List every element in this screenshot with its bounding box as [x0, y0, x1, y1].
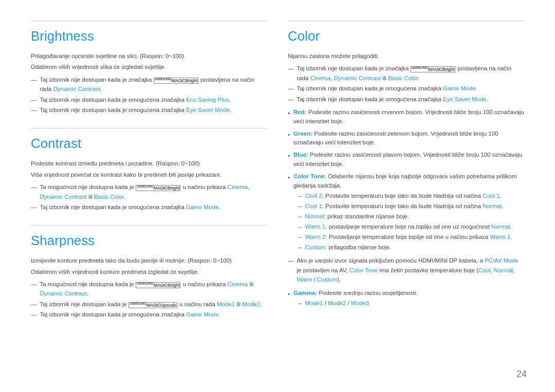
basic-color-link2: Basic Color — [388, 75, 418, 81]
game-mode-link3: Game Mode — [443, 85, 475, 91]
dash-icon: ― — [288, 64, 294, 73]
normal-ref2: Normal — [491, 223, 510, 230]
sdash-icon: – — [299, 233, 302, 242]
dash-icon: ― — [31, 95, 37, 104]
sdash-icon: – — [299, 243, 302, 252]
gamma-modes-item: – Mode1 / Mode2 / Mode3 — [299, 299, 418, 308]
warm-link: Warm — [297, 276, 312, 283]
cool-link: Cool — [478, 267, 491, 273]
dyn-contrast-link2: Dynamic Contrast — [40, 290, 87, 296]
warm2-link: Warm 2 — [305, 234, 325, 240]
contrast-desc1: Podesite kontrast između predmeta i poza… — [31, 159, 267, 168]
color-note-after-bullets: ― Ako je vanjski izvor signala priključe… — [288, 256, 524, 284]
dynamic-contrast-link: Dynamic Contrast — [53, 86, 100, 92]
blue-bullet: • Blue: Podesite razinu zasićenosti plav… — [288, 151, 524, 169]
sharpness-body: Izmijenite konture predmeta tako da budu… — [31, 256, 267, 319]
color-desc1: Nijansu zaslona možete prilagoditi. — [288, 51, 524, 61]
cool1-item: – Cool 1: Postavite temperaturu boje tak… — [299, 202, 524, 211]
bullet-dot: • — [288, 130, 290, 139]
color-tone-bullet: • Color Tone: Odaberite nijansu boje koj… — [288, 172, 524, 253]
custom-link2: Custom — [317, 276, 338, 283]
color-body: Nijansu zaslona možete prilagoditi. ― Ta… — [288, 51, 524, 309]
custom-item: – Custom: prilagodba nijanse boje. — [299, 243, 524, 252]
page-number: 24 — [516, 369, 527, 380]
brightness-note-2: ― Taj izbornik nije dostupan kada je omo… — [31, 95, 267, 104]
brightness-note-1: ― Taj izbornik nije dostupan kada je zna… — [31, 75, 267, 94]
dash-icon: ― — [31, 75, 37, 84]
color-note-3: ― Taj izbornik nije dostupan kada je omo… — [288, 95, 524, 104]
contrast-note-2: ― Taj izbornik nije dostupan kada je omo… — [31, 202, 267, 212]
color-note-1: ― Taj izbornik nije dostupan kada je zna… — [288, 64, 524, 83]
brightness-body: Prilagođavanje općenite svjetline na sli… — [31, 51, 267, 115]
gamma-label: Gamma: — [293, 290, 317, 296]
eco-saving-link: Eco Saving Plus — [186, 97, 229, 103]
gmode1-link: Mode1 — [305, 300, 323, 306]
dash-icon: ― — [288, 256, 294, 265]
magic-bright-brand3: SAMSUNGMAGICBright — [136, 282, 180, 288]
brightness-desc1: Prilagođavanje općenite svjetline na sli… — [31, 51, 267, 61]
bullet-dot: • — [288, 289, 290, 298]
color-bullets: • Red: Podesite razinu zasićenosti crven… — [288, 108, 524, 253]
contrast-title: Contrast — [31, 128, 267, 152]
cool1-ref: Cool 1 — [483, 193, 499, 199]
bullet-dot: • — [288, 151, 290, 160]
magic-bright-brand: SAMSUNGMAGICBright — [154, 78, 198, 84]
sharpness-note-2: ― Taj izbornik nije dostupan kada je SAM… — [31, 300, 267, 309]
brightness-desc2: Odabirom viših vrijednosti slika će izgl… — [31, 62, 267, 71]
sharpness-section: Sharpness Izmijenite konture predmeta ta… — [31, 225, 267, 320]
eye-saver-link: Eye Saver Mode — [186, 107, 230, 113]
contrast-body: Podesite kontrast između predmeta i poza… — [31, 159, 267, 212]
dash-icon: ― — [288, 84, 294, 93]
sharpness-title: Sharpness — [31, 225, 267, 249]
sdash-icon: – — [299, 299, 302, 308]
green-label: Green: — [293, 130, 312, 137]
cinema-link2: Cinema — [228, 281, 248, 287]
bullet-dot: • — [288, 108, 290, 118]
game-mode-link2: Game Mode — [186, 311, 218, 318]
brightness-title: Brightness — [31, 21, 267, 44]
warm1-item: – Warm 1: postavljanje temperature boje … — [299, 222, 524, 232]
dash-icon: ― — [31, 300, 37, 309]
cinema-link3: Cinema — [310, 75, 331, 81]
dash-icon: ― — [31, 310, 37, 319]
color-tone-link2: Color Tone — [349, 267, 378, 273]
contrast-desc2: Viša vrijednost povećat će kontrast kako… — [31, 170, 267, 179]
cool2-item: – Cool 2: Postavite temperaturu boje tak… — [299, 192, 524, 201]
normal-link2: Normal — [494, 267, 513, 273]
basic-color-link: Basic Color — [94, 194, 124, 200]
cool1-link: Cool 1 — [305, 203, 322, 209]
normal-item: – Normal: prikaz standardne nijanse boje… — [299, 212, 524, 221]
dash-icon: ― — [31, 182, 37, 192]
blue-label: Blue: — [293, 152, 308, 158]
warm1-ref: Warm 1 — [490, 234, 511, 240]
dyn-contrast-link3: Dynamic Contrast — [334, 75, 381, 81]
color-tone-sub: – Cool 2: Postavite temperaturu boje tak… — [299, 192, 524, 252]
pcav-mode-link: PC/AV Mode — [485, 257, 519, 264]
normal-link: Normal — [305, 213, 324, 219]
color-note-2: ― Taj izbornik nije dostupan kada je omo… — [288, 84, 524, 93]
color-tone-label: Color Tone: — [293, 173, 326, 179]
dash-icon: ― — [288, 95, 294, 104]
dash-icon: ― — [31, 279, 37, 289]
sdash-icon: – — [299, 222, 302, 232]
left-column: Brightness Prilagođavanje općenite svjet… — [31, 21, 267, 371]
gmode3-link: Mode3 — [351, 300, 369, 306]
sdash-icon: – — [299, 192, 302, 201]
sharpness-note-1: ― Ta mogućnost nije dostupna kada je SAM… — [31, 279, 267, 298]
custom-link: Custom — [305, 244, 325, 250]
sdash-icon: – — [299, 212, 302, 221]
gamma-bullet: • Gamma: Podesite srednju razinu osvjetl… — [288, 289, 524, 310]
eye-saver-link2: Eye Saver Mode — [443, 96, 487, 102]
magic-bright-brand2: SAMSUNGMAGICBright — [136, 185, 180, 191]
gamma-bullets: • Gamma: Podesite srednju razinu osvjetl… — [288, 289, 524, 310]
red-label: Red: — [293, 109, 307, 115]
dash-icon: ― — [31, 105, 37, 115]
sharpness-note-3: ― Taj izbornik nije dostupan kada je omo… — [31, 310, 267, 319]
cool2-link: Cool 2 — [305, 193, 322, 199]
right-column: Color Nijansu zaslona možete prilagoditi… — [288, 21, 524, 371]
gamma-sub: – Mode1 / Mode2 / Mode3 — [299, 299, 418, 308]
brightness-section: Brightness Prilagođavanje općenite svjet… — [31, 21, 267, 116]
green-bullet: • Green: Podesite razinu zasićenosti zel… — [288, 129, 524, 148]
page: Brightness Prilagođavanje općenite svjet… — [0, 0, 555, 392]
color-title: Color — [288, 21, 524, 44]
